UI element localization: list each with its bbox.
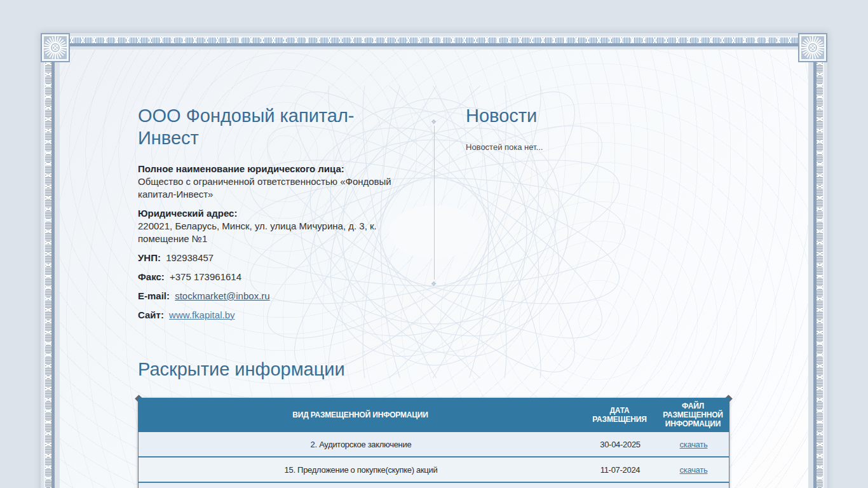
company-info-section: ООО Фондовый капитал-Инвест Полное наиме… (138, 105, 414, 328)
disclosure-table: ВИД РАЗМЕЩЕННОЙ ИНФОРМАЦИИ ДАТА РАЗМЕЩЕН… (138, 398, 729, 488)
corner-ornament-icon (41, 33, 70, 62)
field-label: Полное наименование юридического лица: (138, 163, 414, 175)
corner-ornament-icon (798, 33, 827, 62)
company-fax: Факс: +375 173961614 (138, 271, 414, 283)
guilloche-border-left (44, 58, 55, 488)
cell-date: 30-04-2025 (583, 432, 657, 456)
field-label: Юридический адрес: (138, 207, 414, 220)
page: ООО Фондовый капитал-Инвест Полное наиме… (0, 0, 868, 488)
field-value: 192938457 (166, 252, 214, 263)
company-site: Сайт: www.fkapital.by (138, 309, 414, 322)
field-label: Факс: (138, 271, 165, 282)
download-link[interactable]: скачать (680, 440, 708, 449)
table-row: 15. Предложение о покупке(скупке) акций … (138, 456, 729, 482)
company-legal-address: Юридический адрес: 220021, Беларусь, Мин… (138, 207, 414, 245)
field-label: E-mail: (138, 290, 170, 301)
guilloche-border-right (813, 58, 824, 488)
col-header-info-type: ВИД РАЗМЕЩЕННОЙ ИНФОРМАЦИИ (138, 398, 583, 432)
cell-file: скачать (657, 432, 730, 456)
website-link[interactable]: www.fkapital.by (169, 309, 234, 320)
disclosure-title: Раскрытие информации (138, 359, 345, 380)
cell-file: скачать (657, 458, 730, 482)
field-value: Общество с ограниченной ответственностью… (138, 176, 391, 200)
field-label: Сайт: (138, 309, 164, 320)
cell-info-type: 2. Аудиторское заключение (139, 432, 583, 456)
company-full-name: Полное наименование юридического лица: О… (138, 163, 414, 201)
news-section: Новости Новостей пока нет... (466, 105, 733, 152)
field-label: УНП: (138, 252, 161, 263)
cell-info-type: 15. Предложение о покупке(скупке) акций (139, 458, 583, 482)
news-title: Новости (466, 105, 733, 127)
email-link[interactable]: stockmarket@inbox.ru (175, 290, 269, 301)
field-value: +375 173961614 (170, 271, 241, 282)
cell-date: 11-07-2024 (583, 458, 657, 482)
download-link[interactable]: скачать (680, 465, 708, 475)
company-title: ООО Фондовый капитал-Инвест (138, 105, 414, 150)
field-value: 220021, Беларусь, Минск, ул. улица Мичур… (138, 220, 377, 244)
column-divider-ornament (434, 126, 435, 280)
company-email: E-mail: stockmarket@inbox.ru (138, 290, 414, 302)
table-row (138, 482, 729, 488)
col-header-date: ДАТА РАЗМЕЩЕНИЯ (583, 398, 656, 432)
guilloche-border-top (67, 36, 801, 46)
table-row: 2. Аудиторское заключение 30-04-2025 ска… (138, 432, 729, 456)
col-header-file: ФАЙЛ РАЗМЕЩЕННОЙ ИНФОРМАЦИИ (656, 398, 729, 432)
table-header-row: ВИД РАЗМЕЩЕННОЙ ИНФОРМАЦИИ ДАТА РАЗМЕЩЕН… (138, 398, 729, 432)
company-unp: УНП: 192938457 (138, 252, 414, 264)
news-empty-text: Новостей пока нет... (466, 142, 733, 152)
